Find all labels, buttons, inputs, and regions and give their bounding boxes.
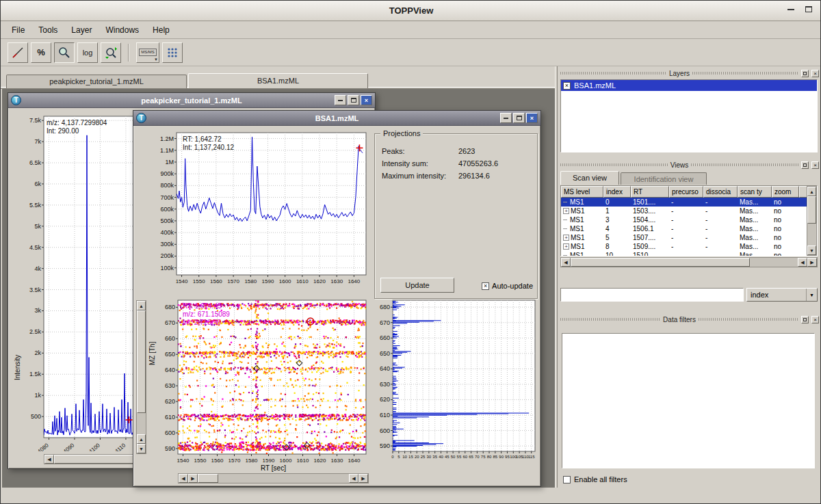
column-header-rt[interactable]: RT	[631, 186, 669, 198]
checkbox-icon[interactable]	[563, 476, 571, 483]
column-header-precurso[interactable]: precurso	[669, 186, 703, 198]
scroll-right-button-2[interactable]: ▶	[359, 474, 368, 483]
dock-float-button[interactable]	[801, 70, 809, 77]
scrollbar-thumb[interactable]	[54, 455, 136, 464]
table-row[interactable]: MS101501....--Mas...no	[561, 198, 817, 207]
scrollbar-thumb[interactable]	[571, 258, 750, 267]
column-header-scan-ty[interactable]: scan ty	[738, 186, 772, 198]
menu-item-layer[interactable]: Layer	[64, 23, 99, 37]
svg-text:630: 630	[165, 382, 175, 389]
expander-icon[interactable]: +	[563, 235, 569, 241]
dock-float-button[interactable]	[801, 161, 809, 169]
maximize-icon[interactable]	[805, 6, 812, 12]
table-vscrollbar[interactable]: ▲▼	[807, 186, 817, 256]
layers-dock-header[interactable]: Layers ×	[559, 69, 820, 77]
scroll-down-button[interactable]: ▼	[807, 246, 816, 255]
window-maximize-button[interactable]	[348, 95, 359, 105]
layer-checkbox-icon[interactable]: ×	[563, 82, 571, 90]
column-header-index[interactable]: index	[603, 186, 631, 198]
scroll-up-button-2[interactable]: ▲	[137, 434, 146, 444]
checkbox-icon[interactable]: ×	[482, 282, 489, 290]
precursor-grid-button[interactable]	[162, 42, 183, 63]
zoom-mode-button[interactable]	[54, 42, 75, 63]
scroll-right-button[interactable]: ▶	[188, 474, 198, 483]
window-minimize-button[interactable]	[335, 95, 346, 105]
scroll-left-button[interactable]: ◀	[44, 455, 54, 464]
dock-close-button[interactable]: ×	[811, 161, 819, 169]
table-row[interactable]: MS141506.1--Mas...no	[561, 224, 817, 233]
table-hscrollbar[interactable]: ◀ ◀ ▶	[560, 257, 818, 267]
window-close-button[interactable]: ×	[526, 113, 538, 123]
datafilters-list[interactable]	[562, 333, 815, 468]
dock-close-button[interactable]: ×	[811, 70, 819, 77]
menu-item-windows[interactable]: Windows	[99, 23, 146, 37]
table-row[interactable]: +MS111503....--Mas...no	[561, 207, 817, 215]
scroll-left-button-2[interactable]: ◀	[798, 258, 807, 267]
table-row[interactable]: +MS181509....--Mas...no	[561, 242, 817, 251]
svg-text:5: 5	[398, 455, 400, 459]
window-close-button[interactable]: ×	[361, 95, 372, 105]
window-bsa1[interactable]: T BSA1.mzML × 15401550156015701580159016…	[133, 110, 541, 487]
layer-item[interactable]: ×BSA1.mzML	[561, 80, 817, 91]
spectrum-mode-button[interactable]	[8, 42, 28, 63]
heatmap-vscrollbar[interactable]: ▲ ▲ ▼	[136, 300, 146, 454]
scroll-left-button[interactable]: ◀	[561, 258, 571, 267]
views-tab-identification-view[interactable]: Identification view	[621, 172, 707, 185]
log-intensity-button[interactable]: log	[77, 42, 98, 63]
scroll-left-button-2[interactable]: ◀	[349, 474, 359, 483]
app-titlebar[interactable]: TOPPView	[1, 1, 821, 21]
scrollbar-track[interactable]	[750, 258, 798, 267]
autoupdate-checkbox[interactable]: × Auto-update	[482, 282, 533, 290]
peakpicker-titlebar[interactable]: T peakpicker_tutorial_1.mzML ×	[8, 93, 375, 108]
expander-icon[interactable]: +	[563, 208, 569, 214]
column-header-ms-level[interactable]: MS level	[561, 186, 603, 198]
layers-list[interactable]: ×BSA1.mzML	[560, 79, 818, 152]
filter-column-combobox[interactable]: index ▼	[746, 288, 818, 302]
enable-all-filters-checkbox[interactable]: Enable all filters	[563, 475, 627, 483]
table-row[interactable]: MS1101510....--Mas...no	[561, 251, 817, 256]
dock-close-button[interactable]: ×	[811, 316, 819, 323]
tab-bsa1-mzml[interactable]: BSA1.mzML	[188, 73, 368, 88]
views-dock-header[interactable]: Views ×	[559, 161, 820, 169]
combobox-arrow-icon[interactable]: ▼	[806, 289, 817, 301]
scrollbar-thumb[interactable]	[137, 310, 146, 413]
window-minimize-button[interactable]	[500, 113, 512, 123]
scroll-up-button[interactable]: ▲	[137, 301, 146, 310]
scrollbar-track[interactable]	[137, 413, 146, 434]
datafilters-dock-header[interactable]: Data filters ×	[559, 315, 820, 323]
menu-item-help[interactable]: Help	[146, 23, 177, 37]
heatmap-hscrollbar[interactable]: ◀ ▶ ◀ ▶	[178, 473, 369, 483]
update-button[interactable]: Update	[380, 278, 454, 293]
projections-rows: Peaks:2623 Intensity sum:47055263.6 Maxi…	[375, 134, 537, 182]
percentage-intensity-button[interactable]: %	[31, 42, 51, 63]
reset-zoom-button[interactable]	[101, 42, 121, 63]
scrollbar-track[interactable]	[807, 224, 816, 246]
bsa1-titlebar[interactable]: T BSA1.mzML ×	[133, 111, 540, 126]
scan-filter-input[interactable]	[560, 288, 744, 302]
table-row[interactable]: +MS151507....--Mas...no	[561, 233, 817, 242]
msms-view-button[interactable]: MS/MS ▼	[136, 42, 159, 63]
scrollbar-track[interactable]	[218, 474, 349, 483]
column-header-dissocia[interactable]: dissocia	[703, 186, 738, 198]
scroll-down-button[interactable]: ▼	[137, 444, 146, 453]
views-tab-scan-view[interactable]: Scan view	[560, 171, 619, 185]
svg-text:660: 660	[165, 335, 175, 342]
column-header-zoom[interactable]: zoom	[772, 186, 799, 198]
scrollbar-thumb[interactable]	[198, 474, 218, 483]
tab-peakpicker-tutorial-1-mzml[interactable]: peakpicker_tutorial_1.mzML	[6, 75, 187, 88]
scroll-right-button[interactable]: ▶	[807, 258, 817, 267]
dock-float-button[interactable]	[801, 316, 809, 323]
menu-item-tools[interactable]: Tools	[31, 23, 64, 37]
minimize-icon[interactable]	[787, 9, 794, 10]
dock-splitter[interactable]	[555, 66, 558, 488]
window-maximize-button[interactable]	[513, 113, 525, 123]
menu-item-file[interactable]: File	[5, 23, 31, 37]
scan-table[interactable]: MS levelindexRTprecursodissociascan tyzo…	[560, 185, 818, 256]
expander-icon[interactable]: +	[563, 243, 569, 250]
chromatogram-plot[interactable]: 1540155015601570158015901600161016201630…	[137, 129, 369, 287]
scroll-up-button[interactable]: ▲	[807, 187, 816, 196]
scroll-left-button[interactable]: ◀	[179, 474, 188, 483]
table-row[interactable]: MS131504....--Mas...no	[561, 215, 817, 224]
scrollbar-thumb[interactable]	[807, 196, 816, 224]
mz-projection-plot[interactable]: 0510152025303540455055606570758085909510…	[372, 296, 539, 460]
